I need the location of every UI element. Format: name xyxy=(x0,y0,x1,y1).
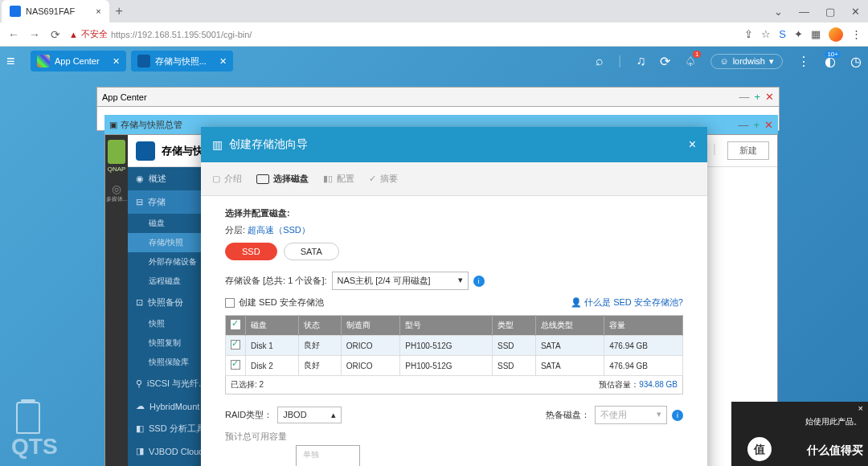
tab-appcenter[interactable]: App Center ✕ xyxy=(31,51,126,72)
col-size[interactable]: 容量 xyxy=(604,316,683,336)
close-icon[interactable]: ✕ xyxy=(764,119,773,131)
tab-title: NAS691FAF xyxy=(26,6,75,16)
disk-icon xyxy=(256,174,269,184)
storage-icon: ⊟ xyxy=(136,197,143,207)
device-label: 存储设备 [总共: 1 个设备]: xyxy=(225,275,327,287)
snapshot-icon: ⊡ xyxy=(136,297,143,308)
url-text: https://192.168.51.195:5001/cgi-bin/ xyxy=(111,30,252,39)
volume-icon[interactable]: ♫ xyxy=(636,54,645,68)
chevron-down-icon[interactable]: ⌄ xyxy=(774,6,783,18)
col-type[interactable]: 类型 xyxy=(493,316,536,336)
sed-checkbox[interactable]: 创建 SED 安全存储池 xyxy=(225,296,324,309)
dashboard-icon[interactable]: ◐10+ xyxy=(825,54,836,69)
step-summary[interactable]: ✓摘要 xyxy=(369,173,398,185)
newtab-button[interactable]: + xyxy=(116,4,123,18)
star-icon[interactable]: ☆ xyxy=(761,28,771,40)
close-icon[interactable]: ✕ xyxy=(219,56,227,67)
cloud-icon: ☁ xyxy=(136,401,145,411)
info-icon[interactable]: i xyxy=(672,410,683,421)
grid-icon[interactable]: ▦ xyxy=(811,28,821,40)
gauge-icon[interactable]: ◷ xyxy=(850,54,862,69)
badge: 1 xyxy=(693,51,701,58)
agent-icon: 👤 xyxy=(571,297,582,307)
col-disk[interactable]: 磁盘 xyxy=(246,316,299,336)
section-label: 选择并配置磁盘: xyxy=(225,207,683,219)
table-row[interactable]: Disk 2良好ORICOPH100-512GSSDSATA476.94 GB xyxy=(226,356,683,376)
close-icon[interactable]: ✕ xyxy=(851,6,860,18)
col-bus[interactable]: 总线类型 xyxy=(535,316,604,336)
maximize-icon[interactable]: + xyxy=(754,91,760,103)
maximize-icon[interactable]: ▢ xyxy=(825,6,835,18)
forward-button[interactable]: → xyxy=(27,28,42,41)
back-button[interactable]: ← xyxy=(6,28,21,41)
col-model[interactable]: 型号 xyxy=(400,316,493,336)
table-footer: 已选择: 2 预估容量：934.88 GB xyxy=(225,376,683,394)
row-checkbox[interactable] xyxy=(231,340,240,350)
checkbox-icon xyxy=(225,298,235,308)
notification-icon[interactable]: ♤1 xyxy=(685,54,696,69)
select-all-checkbox[interactable] xyxy=(231,320,240,329)
username: lordwish xyxy=(733,56,765,66)
sed-help-link[interactable]: 什么是 SED 安全存储池? xyxy=(584,297,683,307)
close-icon[interactable]: ✕ xyxy=(113,56,120,67)
step-intro[interactable]: ▢介绍 xyxy=(212,173,242,185)
minimize-icon[interactable]: — xyxy=(799,6,809,18)
appcenter-titlebar[interactable]: App Center — + ✕ xyxy=(96,87,780,107)
browser-tab[interactable]: NAS691FAF × xyxy=(2,0,109,22)
user-menu[interactable]: ☺ lordwish ▾ xyxy=(710,54,783,69)
minimize-icon[interactable]: — xyxy=(739,91,749,103)
address-bar[interactable]: ▲ 不安全 https://192.168.51.195:5001/cgi-bi… xyxy=(69,28,738,40)
task-icon[interactable]: ⟳ xyxy=(660,54,670,69)
device-select[interactable]: NAS主机 [2/4 可用磁盘]▾ xyxy=(332,272,469,290)
info-icon[interactable]: i xyxy=(473,276,485,287)
tab-storage[interactable]: 存储与快照... ✕ xyxy=(131,51,233,72)
reload-button[interactable]: ⟳ xyxy=(48,28,63,41)
maximize-icon[interactable]: + xyxy=(753,119,760,131)
promo-banner[interactable]: × 始使用此产品。 值 什么值得买 xyxy=(731,402,868,466)
sogou-icon[interactable]: S xyxy=(779,28,786,40)
tab-label: App Center xyxy=(55,56,100,66)
storage-icon xyxy=(136,141,155,161)
disk-table: 磁盘 状态 制造商 型号 类型 总线类型 容量 Disk 1良好ORICOPH1… xyxy=(225,315,683,376)
raid-select[interactable]: JBOD▴ xyxy=(277,407,342,423)
new-button[interactable]: 新建 xyxy=(727,141,769,160)
favicon-icon xyxy=(10,6,21,17)
qts-logo: QTS xyxy=(11,434,58,460)
spare-label: 热备磁盘： xyxy=(546,409,590,421)
avatar[interactable] xyxy=(829,27,843,42)
col-vendor[interactable]: 制造商 xyxy=(341,316,400,336)
search-icon[interactable]: ⌕ xyxy=(596,54,604,68)
extensions-icon[interactable]: ✦ xyxy=(794,28,803,40)
row-checkbox[interactable] xyxy=(231,360,240,370)
col-status[interactable]: 状态 xyxy=(298,316,341,336)
window-title: 存储与快照总管 xyxy=(121,119,182,131)
close-icon[interactable]: × xyxy=(858,403,863,413)
ssd-icon: ◧ xyxy=(136,423,144,434)
pool-icon: ▥ xyxy=(212,138,223,151)
qnap-logo-icon[interactable] xyxy=(108,140,125,164)
trash-icon[interactable] xyxy=(16,402,40,434)
menu-icon[interactable]: ≡ xyxy=(6,53,26,70)
side-label: 多媒体... xyxy=(105,195,128,203)
storage-icon: ▣ xyxy=(109,120,117,130)
spare-select[interactable]: 不使用▾ xyxy=(595,406,667,424)
modal-title: 创建存储池向导 xyxy=(229,137,308,152)
step-select[interactable]: 选择磁盘 xyxy=(256,173,309,185)
close-icon[interactable]: ✕ xyxy=(765,91,774,103)
minimize-icon[interactable]: — xyxy=(738,119,748,131)
share-icon[interactable]: ⇪ xyxy=(744,28,753,40)
window-title: App Center xyxy=(102,92,147,102)
create-pool-wizard: ▥ 创建存储池向导 × ▢介绍 选择磁盘 ▮▯配置 ✓摘要 选择并配置磁盘: 分… xyxy=(201,127,707,466)
media-icon[interactable]: ◎ xyxy=(105,182,128,195)
tier-link[interactable]: 超高速（SSD） xyxy=(248,225,310,235)
menu-icon[interactable]: ⋮ xyxy=(851,28,862,40)
close-icon[interactable]: × xyxy=(689,137,696,152)
more-icon[interactable]: ⋮ xyxy=(797,54,810,69)
table-row[interactable]: Disk 1良好ORICOPH100-512GSSDSATA476.94 GB xyxy=(226,336,683,356)
pill-ssd[interactable]: SSD xyxy=(225,243,277,260)
step-config[interactable]: ▮▯配置 xyxy=(323,173,354,185)
badge: 10+ xyxy=(825,51,841,58)
pill-sata[interactable]: SATA xyxy=(284,243,339,260)
security-warn-label: 不安全 xyxy=(81,28,108,40)
close-icon[interactable]: × xyxy=(96,6,100,16)
